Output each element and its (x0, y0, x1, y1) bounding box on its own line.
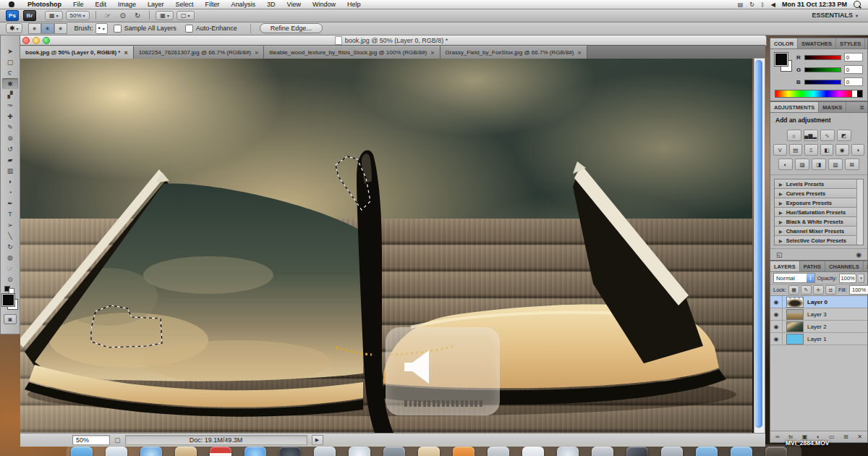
invert-icon[interactable]: ◐ (778, 159, 793, 170)
close-tab-icon[interactable]: × (124, 49, 127, 56)
document-tab[interactable]: tileable_wood_texture_by_ftIsis_Stock.jp… (264, 46, 440, 59)
preset-row[interactable]: ▶ Selective Color Presets (775, 236, 863, 245)
blur-tool[interactable]: ◗ (2, 176, 18, 187)
iphoto-dock-icon[interactable] (418, 447, 440, 456)
zoom-level-select[interactable]: 50% ▾ (66, 11, 90, 20)
menu-item[interactable]: Help (341, 1, 367, 8)
time-machine-icon[interactable]: ↻ (749, 1, 754, 8)
channel-slider[interactable] (804, 55, 841, 60)
foreground-color-swatch[interactable] (775, 53, 788, 66)
panel-tab[interactable]: ADJUSTMENTS (770, 102, 819, 112)
fill-field[interactable]: 100% (849, 285, 868, 295)
hue-saturation-icon[interactable]: ▤ (789, 144, 803, 156)
path-selection-tool[interactable]: ➢ (2, 219, 18, 230)
layer-visibility-eye-icon[interactable]: ◉ (770, 308, 783, 320)
menu-item[interactable]: Image (112, 1, 142, 8)
disclosure-triangle-icon[interactable]: ▶ (779, 191, 783, 196)
dodge-tool[interactable]: ◔ (2, 187, 18, 198)
layer-thumbnail[interactable] (786, 309, 804, 320)
zoom-tool-icon[interactable]: ⊙ (117, 11, 129, 20)
document-tab[interactable]: 1062254_76261307.jpg @ 66.7% (RGB/8#) × (134, 46, 265, 59)
hand-tool[interactable]: ☞ (2, 263, 18, 274)
pen-tool[interactable]: ✒ (2, 198, 18, 208)
rotate-view-icon[interactable]: ↻ (132, 11, 143, 20)
launch-bridge-button[interactable]: Br (23, 10, 36, 21)
panel-tab[interactable]: SWATCHES (798, 38, 836, 48)
add-to-selection-icon[interactable]: ∗ (41, 23, 54, 34)
folder-dock-icon[interactable] (696, 447, 718, 456)
clone-stamp-tool[interactable]: ⊚ (2, 132, 18, 143)
menu-item[interactable]: Select (170, 1, 200, 8)
panel-tab[interactable]: PATHS (800, 261, 825, 271)
preset-row[interactable]: ▶ Levels Presets (775, 180, 863, 189)
opacity-field[interactable]: 100% (839, 274, 856, 283)
layer-thumbnail[interactable] (786, 321, 804, 332)
channel-slider[interactable] (804, 80, 841, 85)
swap-colors-icon[interactable] (4, 286, 16, 292)
grapher-dock-icon[interactable] (557, 447, 579, 456)
gradient-tool[interactable]: ▥ (2, 165, 18, 176)
status-zoom-field[interactable]: 50% (72, 435, 110, 445)
panel-tab[interactable]: MASKS (819, 102, 846, 112)
textedit-dock-icon[interactable] (661, 447, 683, 456)
mail-dock-icon[interactable] (106, 447, 127, 456)
apple-menu-icon[interactable] (9, 1, 14, 7)
selective-color-icon[interactable]: ⊠ (845, 159, 859, 170)
view-extras-button[interactable]: ▦ ▾ (45, 11, 63, 20)
channel-value-field[interactable]: 0 (844, 77, 863, 86)
black-white-icon[interactable]: ◧ (820, 144, 834, 156)
utilities-dock-icon[interactable] (488, 447, 509, 456)
3d-rotate-tool[interactable]: ↻ (2, 241, 18, 252)
threshold-icon[interactable]: ◨ (812, 159, 826, 170)
panel-tab[interactable]: CHANNELS (825, 261, 864, 271)
layer-row[interactable]: ◉ Layer 1 (770, 333, 867, 345)
eraser-tool[interactable]: ▰ (2, 154, 18, 165)
option-checkbox[interactable]: Sample All Layers (114, 25, 176, 33)
imovie-dock-icon[interactable] (279, 447, 301, 456)
lasso-tool[interactable]: Ϛ (2, 67, 18, 78)
brush-tool[interactable]: ✎ (2, 122, 18, 132)
document-window-titlebar[interactable]: book.jpg @ 50% (Layer 0, RGB/8) * (16, 35, 767, 46)
menu-item[interactable]: Edit (90, 1, 113, 8)
layer-row[interactable]: ◉ Layer 2 (770, 321, 867, 333)
exposure-icon[interactable]: ◩ (837, 130, 851, 141)
keyboard-dock-icon[interactable] (592, 447, 613, 456)
preset-row[interactable]: ▶ Exposure Presets (775, 198, 863, 208)
screen-mode-button[interactable]: ▢ ▾ (176, 11, 195, 20)
dvd-player-dock-icon[interactable] (383, 447, 405, 456)
menu-item[interactable]: Filter (200, 1, 226, 8)
disclosure-triangle-icon[interactable]: ▶ (779, 219, 783, 224)
panel-tab[interactable]: STYLES (836, 38, 865, 48)
blend-mode-select[interactable]: Normal ▲▼ (773, 273, 815, 283)
close-tab-icon[interactable]: × (255, 49, 258, 56)
menu-item[interactable]: Photoshop (22, 1, 67, 8)
volume-icon[interactable]: ◀ (771, 1, 775, 8)
refine-edge-button[interactable]: Refine Edge... (260, 23, 323, 33)
crop-tool[interactable]: ▞ (2, 89, 18, 100)
panel-tab[interactable]: LAYERS (770, 261, 800, 271)
marquee-tool[interactable]: ▢ (2, 56, 18, 67)
arrange-documents-button[interactable]: ▦ ▾ (156, 11, 174, 20)
posterize-icon[interactable]: ▨ (795, 159, 809, 170)
channel-value-field[interactable]: 0 (844, 65, 863, 74)
lock-pixels-icon[interactable]: ✎ (801, 285, 812, 295)
panel-color-swatches[interactable] (775, 53, 793, 72)
type-tool[interactable]: T (2, 208, 18, 219)
quick-selection-tool[interactable]: ✱ (2, 78, 18, 89)
switch-panel-view-icon[interactable]: ◱ (776, 251, 783, 258)
channel-slider[interactable] (804, 67, 841, 72)
new-group-icon[interactable]: ▭ (829, 434, 835, 440)
disclosure-triangle-icon[interactable]: ▶ (779, 210, 783, 215)
channel-mixer-icon[interactable]: ◑ (851, 144, 865, 156)
panel-tab[interactable]: COLOR (770, 38, 798, 48)
scrollbar-thumb[interactable] (755, 60, 762, 428)
presets-scrollbar[interactable] (856, 180, 863, 245)
ink-pen-dock-icon[interactable] (522, 447, 544, 456)
safari-dock-icon[interactable] (140, 447, 162, 456)
lock-transparency-icon[interactable]: ▦ (788, 285, 799, 295)
disclosure-triangle-icon[interactable]: ▶ (779, 229, 783, 234)
eyedropper-tool[interactable]: ✑ (2, 100, 18, 111)
display-icon[interactable]: ▤ (738, 1, 744, 8)
layer-visibility-eye-icon[interactable]: ◉ (770, 333, 783, 345)
quick-mask-mode-button[interactable]: ◙ (4, 314, 17, 324)
